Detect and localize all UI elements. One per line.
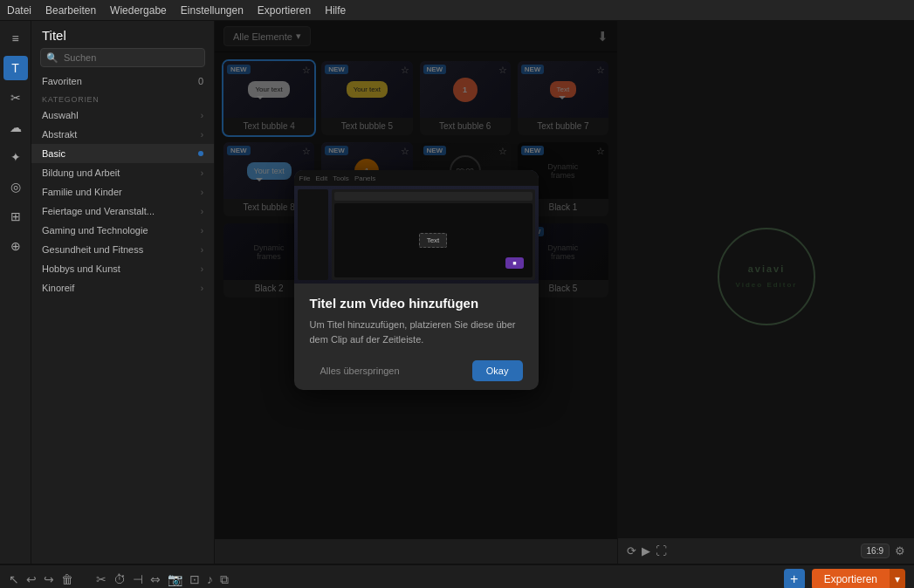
chevron-right-icon: ›: [201, 245, 203, 255]
redo-icon[interactable]: ↪: [44, 572, 54, 586]
modal-title: Titel zum Video hinzufügen: [310, 296, 523, 311]
settings-icon[interactable]: ⚙: [895, 544, 905, 557]
export-button[interactable]: Exportieren: [812, 569, 890, 588]
modal-buttons: Alles überspringen Okay: [310, 360, 523, 381]
chevron-right-icon: ›: [201, 130, 203, 140]
cat-label: Gaming und Technologie: [42, 225, 148, 236]
modal-ss-canvas: Text ■: [334, 203, 533, 277]
menu-wiedergabe[interactable]: Wiedergabe: [110, 4, 167, 17]
brand-logo: aviavi Video Editor: [701, 224, 832, 329]
chevron-right-icon: ›: [201, 284, 203, 293]
fx-icon[interactable]: ⧉: [220, 572, 229, 587]
okay-button[interactable]: Okay: [472, 360, 523, 381]
trim-icon[interactable]: ✂: [96, 572, 107, 586]
cat-label: Bildung und Arbeit: [42, 168, 120, 178]
chevron-right-icon: ›: [201, 168, 203, 178]
menu-exportieren[interactable]: Exportieren: [258, 4, 311, 17]
delete-icon[interactable]: 🗑: [61, 572, 73, 586]
right-area: aviavi Video Editor ⟳ ▶ ⛶ 16:9 ⚙: [617, 21, 914, 564]
modal-body-inner: Text ■: [294, 186, 539, 284]
cat-label: Abstrakt: [42, 129, 77, 140]
cat-label: Auswahl: [42, 110, 79, 120]
fullscreen-icon[interactable]: ⛶: [656, 544, 667, 557]
cat-item-auswahl[interactable]: Auswahl ›: [31, 106, 214, 125]
play-icon[interactable]: ▶: [642, 544, 650, 557]
menu-hilfe[interactable]: Hilfe: [325, 4, 346, 17]
cat-item-kinoreif[interactable]: Kinoreif ›: [31, 278, 214, 297]
modal-highlight: ■: [505, 257, 523, 269]
cat-label: Hobbys und Kunst: [42, 263, 120, 274]
cat-item-bildung[interactable]: Bildung und Arbeit ›: [31, 163, 214, 182]
timeline-area: ↖ ↩ ↪ 🗑 ✂ ⏱ ⊣ ⇔ 📷 ⊡ ♪ ⧉ + Exportieren ▾ …: [0, 564, 914, 588]
content-area: Alle Elemente ▾ ⬇ NEW ☆ Your text Text b…: [215, 21, 617, 564]
sidebar-icon-menu[interactable]: ≡: [3, 26, 28, 51]
preview-bg-watermark: aviavi Video Editor: [701, 224, 832, 334]
panel-title: Titel: [31, 21, 214, 48]
crop-icon[interactable]: ⊡: [189, 572, 200, 586]
modal-screenshot: File Edit Tools Panels Text ■: [294, 170, 539, 284]
export-dropdown-button[interactable]: ▾: [890, 569, 905, 588]
cat-label: Familie und Kinder: [42, 187, 122, 197]
chevron-right-icon: ›: [201, 111, 203, 120]
menu-bearbeiten[interactable]: Bearbeiten: [45, 4, 96, 17]
search-icon: 🔍: [46, 52, 58, 64]
search-input[interactable]: [40, 48, 205, 67]
panel: Titel 🔍 Favoriten 0 KATEGORIEN Auswahl ›…: [31, 21, 215, 564]
chevron-right-icon: ›: [201, 226, 203, 236]
chevron-right-icon: ›: [201, 188, 203, 197]
cat-item-feiertage[interactable]: Feiertage und Veranstalt... ›: [31, 202, 214, 221]
skip-button[interactable]: Alles überspringen: [310, 360, 410, 381]
cat-item-hobbys[interactable]: Hobbys und Kunst ›: [31, 259, 214, 278]
category-list: Auswahl › Abstrakt › Basic Bildung und A…: [31, 106, 214, 564]
modal-ss-toolbar: [334, 192, 533, 201]
sidebar-icon-emoji[interactable]: ◎: [3, 174, 28, 199]
sidebar-icon-star[interactable]: ✦: [3, 145, 28, 169]
main-layout: ≡ T ✂ ☁ ✦ ◎ ⊞ ⊕ Titel 🔍 Favoriten 0 KATE…: [0, 21, 914, 564]
audio-icon[interactable]: ♪: [207, 572, 213, 586]
svg-text:Video Editor: Video Editor: [735, 281, 797, 289]
cat-label: Feiertage und Veranstalt...: [42, 206, 155, 216]
right-controls: ⟳ ▶ ⛶ 16:9 ⚙: [618, 537, 914, 564]
menu-einstellungen[interactable]: Einstellungen: [181, 4, 244, 17]
sidebar-icon-cut[interactable]: ✂: [3, 85, 28, 110]
cat-item-basic[interactable]: Basic: [31, 144, 214, 163]
topbar-tab1: File: [299, 174, 311, 182]
svg-point-0: [718, 229, 814, 325]
cursor-icon[interactable]: ↖: [9, 572, 19, 586]
transition-icon[interactable]: ⇔: [150, 572, 161, 586]
favorites-label: Favoriten: [42, 76, 82, 86]
favorites-count: 0: [198, 76, 203, 86]
cat-item-gaming[interactable]: Gaming und Technologie ›: [31, 221, 214, 240]
cat-item-abstrakt[interactable]: Abstrakt ›: [31, 125, 214, 144]
categories-label: KATEGORIEN: [31, 90, 214, 106]
split-icon[interactable]: ⊣: [133, 572, 143, 586]
chevron-right-icon: ›: [201, 264, 203, 274]
timeline-toolbar: ↖ ↩ ↪ 🗑 ✂ ⏱ ⊣ ⇔ 📷 ⊡ ♪ ⧉ + Exportieren ▾: [0, 565, 914, 588]
cat-label: Gesundheit und Fitness: [42, 244, 143, 255]
icon-sidebar: ≡ T ✂ ☁ ✦ ◎ ⊞ ⊕: [0, 21, 31, 564]
cat-label: Basic: [42, 148, 65, 159]
modal-text-element: Text: [419, 233, 448, 248]
topbar-tab2: Edit: [315, 174, 327, 182]
aspect-ratio-dropdown[interactable]: 16:9: [861, 544, 890, 558]
cat-item-gesundheit[interactable]: Gesundheit und Fitness ›: [31, 240, 214, 259]
modal-left-panel: [298, 189, 328, 280]
modal-content-body: Titel zum Video hinzufügen Um Titel hinz…: [294, 284, 539, 390]
cat-label: Kinoreif: [42, 283, 74, 293]
sidebar-icon-cloud[interactable]: ☁: [3, 115, 28, 140]
menu-datei[interactable]: Datei: [7, 4, 31, 17]
sidebar-icon-title[interactable]: T: [3, 56, 28, 80]
undo-icon[interactable]: ↩: [26, 572, 37, 586]
modal-dialog: File Edit Tools Panels Text ■: [294, 170, 539, 390]
camera-icon[interactable]: 📷: [168, 572, 182, 586]
clock-icon[interactable]: ⏱: [113, 572, 126, 586]
active-dot: [198, 151, 203, 156]
rewind-icon[interactable]: ⟳: [627, 544, 636, 557]
panel-search-wrap-outer: 🔍: [31, 48, 214, 72]
sidebar-icon-plus[interactable]: ⊕: [3, 234, 28, 258]
sidebar-icon-grid[interactable]: ⊞: [3, 204, 28, 229]
add-track-button[interactable]: +: [784, 569, 805, 588]
cat-item-familie[interactable]: Familie und Kinder ›: [31, 182, 214, 202]
chevron-right-icon: ›: [201, 207, 203, 216]
topbar-tab4: Panels: [354, 174, 375, 182]
